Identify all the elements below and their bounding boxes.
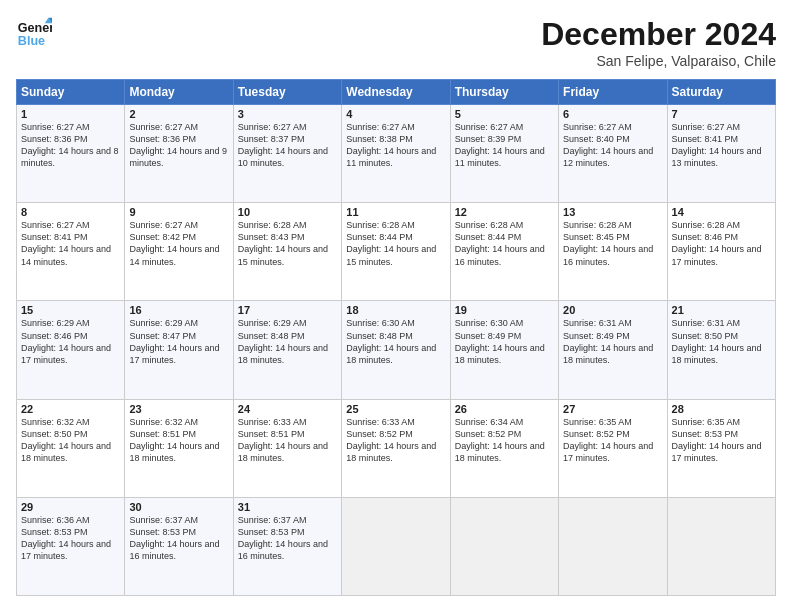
cell-info: Sunrise: 6:35 AMSunset: 8:52 PMDaylight:…	[563, 417, 653, 463]
day-number: 10	[238, 206, 337, 218]
table-row: 5 Sunrise: 6:27 AMSunset: 8:39 PMDayligh…	[450, 105, 558, 203]
day-number: 24	[238, 403, 337, 415]
table-row: 1 Sunrise: 6:27 AMSunset: 8:36 PMDayligh…	[17, 105, 125, 203]
day-number: 7	[672, 108, 771, 120]
cell-info: Sunrise: 6:29 AMSunset: 8:47 PMDaylight:…	[129, 318, 219, 364]
calendar-week-row: 22 Sunrise: 6:32 AMSunset: 8:50 PMDaylig…	[17, 399, 776, 497]
table-row: 6 Sunrise: 6:27 AMSunset: 8:40 PMDayligh…	[559, 105, 667, 203]
table-row: 30 Sunrise: 6:37 AMSunset: 8:53 PMDaylig…	[125, 497, 233, 595]
cell-info: Sunrise: 6:37 AMSunset: 8:53 PMDaylight:…	[238, 515, 328, 561]
cell-info: Sunrise: 6:27 AMSunset: 8:38 PMDaylight:…	[346, 122, 436, 168]
cell-info: Sunrise: 6:36 AMSunset: 8:53 PMDaylight:…	[21, 515, 111, 561]
table-row: 14 Sunrise: 6:28 AMSunset: 8:46 PMDaylig…	[667, 203, 775, 301]
table-row: 27 Sunrise: 6:35 AMSunset: 8:52 PMDaylig…	[559, 399, 667, 497]
cell-info: Sunrise: 6:31 AMSunset: 8:50 PMDaylight:…	[672, 318, 762, 364]
table-row: 4 Sunrise: 6:27 AMSunset: 8:38 PMDayligh…	[342, 105, 450, 203]
logo-icon: General Blue	[16, 16, 52, 52]
day-number: 16	[129, 304, 228, 316]
cell-info: Sunrise: 6:33 AMSunset: 8:51 PMDaylight:…	[238, 417, 328, 463]
table-row: 16 Sunrise: 6:29 AMSunset: 8:47 PMDaylig…	[125, 301, 233, 399]
cell-info: Sunrise: 6:27 AMSunset: 8:42 PMDaylight:…	[129, 220, 219, 266]
day-number: 29	[21, 501, 120, 513]
day-number: 14	[672, 206, 771, 218]
cell-info: Sunrise: 6:27 AMSunset: 8:36 PMDaylight:…	[129, 122, 227, 168]
cell-info: Sunrise: 6:28 AMSunset: 8:44 PMDaylight:…	[346, 220, 436, 266]
day-number: 2	[129, 108, 228, 120]
cell-info: Sunrise: 6:34 AMSunset: 8:52 PMDaylight:…	[455, 417, 545, 463]
day-number: 1	[21, 108, 120, 120]
table-row: 29 Sunrise: 6:36 AMSunset: 8:53 PMDaylig…	[17, 497, 125, 595]
svg-text:Blue: Blue	[18, 34, 45, 48]
table-row: 8 Sunrise: 6:27 AMSunset: 8:41 PMDayligh…	[17, 203, 125, 301]
cell-info: Sunrise: 6:27 AMSunset: 8:40 PMDaylight:…	[563, 122, 653, 168]
day-number: 30	[129, 501, 228, 513]
table-row	[667, 497, 775, 595]
calendar-week-row: 15 Sunrise: 6:29 AMSunset: 8:46 PMDaylig…	[17, 301, 776, 399]
cell-info: Sunrise: 6:35 AMSunset: 8:53 PMDaylight:…	[672, 417, 762, 463]
cell-info: Sunrise: 6:27 AMSunset: 8:37 PMDaylight:…	[238, 122, 328, 168]
day-number: 22	[21, 403, 120, 415]
day-number: 25	[346, 403, 445, 415]
day-number: 5	[455, 108, 554, 120]
day-number: 13	[563, 206, 662, 218]
day-number: 27	[563, 403, 662, 415]
title-block: December 2024 San Felipe, Valparaiso, Ch…	[541, 16, 776, 69]
day-number: 17	[238, 304, 337, 316]
col-friday: Friday	[559, 80, 667, 105]
table-row	[559, 497, 667, 595]
table-row: 3 Sunrise: 6:27 AMSunset: 8:37 PMDayligh…	[233, 105, 341, 203]
day-number: 8	[21, 206, 120, 218]
table-row: 21 Sunrise: 6:31 AMSunset: 8:50 PMDaylig…	[667, 301, 775, 399]
day-number: 9	[129, 206, 228, 218]
calendar-week-row: 1 Sunrise: 6:27 AMSunset: 8:36 PMDayligh…	[17, 105, 776, 203]
cell-info: Sunrise: 6:37 AMSunset: 8:53 PMDaylight:…	[129, 515, 219, 561]
table-row: 11 Sunrise: 6:28 AMSunset: 8:44 PMDaylig…	[342, 203, 450, 301]
calendar-week-row: 8 Sunrise: 6:27 AMSunset: 8:41 PMDayligh…	[17, 203, 776, 301]
calendar-table: Sunday Monday Tuesday Wednesday Thursday…	[16, 79, 776, 596]
table-row	[342, 497, 450, 595]
cell-info: Sunrise: 6:30 AMSunset: 8:49 PMDaylight:…	[455, 318, 545, 364]
cell-info: Sunrise: 6:28 AMSunset: 8:44 PMDaylight:…	[455, 220, 545, 266]
day-number: 23	[129, 403, 228, 415]
cell-info: Sunrise: 6:28 AMSunset: 8:46 PMDaylight:…	[672, 220, 762, 266]
day-number: 18	[346, 304, 445, 316]
table-row: 10 Sunrise: 6:28 AMSunset: 8:43 PMDaylig…	[233, 203, 341, 301]
day-number: 11	[346, 206, 445, 218]
table-row: 20 Sunrise: 6:31 AMSunset: 8:49 PMDaylig…	[559, 301, 667, 399]
location: San Felipe, Valparaiso, Chile	[541, 53, 776, 69]
col-monday: Monday	[125, 80, 233, 105]
cell-info: Sunrise: 6:29 AMSunset: 8:46 PMDaylight:…	[21, 318, 111, 364]
col-saturday: Saturday	[667, 80, 775, 105]
table-row: 15 Sunrise: 6:29 AMSunset: 8:46 PMDaylig…	[17, 301, 125, 399]
day-number: 4	[346, 108, 445, 120]
page: General Blue General Blue December 2024 …	[0, 0, 792, 612]
table-row: 13 Sunrise: 6:28 AMSunset: 8:45 PMDaylig…	[559, 203, 667, 301]
day-number: 6	[563, 108, 662, 120]
table-row: 7 Sunrise: 6:27 AMSunset: 8:41 PMDayligh…	[667, 105, 775, 203]
cell-info: Sunrise: 6:32 AMSunset: 8:50 PMDaylight:…	[21, 417, 111, 463]
header: General Blue General Blue December 2024 …	[16, 16, 776, 69]
cell-info: Sunrise: 6:31 AMSunset: 8:49 PMDaylight:…	[563, 318, 653, 364]
logo: General Blue General Blue	[16, 16, 52, 52]
day-number: 15	[21, 304, 120, 316]
table-row: 26 Sunrise: 6:34 AMSunset: 8:52 PMDaylig…	[450, 399, 558, 497]
col-tuesday: Tuesday	[233, 80, 341, 105]
day-number: 3	[238, 108, 337, 120]
table-row: 17 Sunrise: 6:29 AMSunset: 8:48 PMDaylig…	[233, 301, 341, 399]
col-thursday: Thursday	[450, 80, 558, 105]
cell-info: Sunrise: 6:29 AMSunset: 8:48 PMDaylight:…	[238, 318, 328, 364]
table-row: 28 Sunrise: 6:35 AMSunset: 8:53 PMDaylig…	[667, 399, 775, 497]
day-number: 12	[455, 206, 554, 218]
col-wednesday: Wednesday	[342, 80, 450, 105]
day-number: 26	[455, 403, 554, 415]
cell-info: Sunrise: 6:27 AMSunset: 8:36 PMDaylight:…	[21, 122, 119, 168]
day-number: 20	[563, 304, 662, 316]
table-row: 19 Sunrise: 6:30 AMSunset: 8:49 PMDaylig…	[450, 301, 558, 399]
table-row	[450, 497, 558, 595]
cell-info: Sunrise: 6:30 AMSunset: 8:48 PMDaylight:…	[346, 318, 436, 364]
cell-info: Sunrise: 6:27 AMSunset: 8:41 PMDaylight:…	[672, 122, 762, 168]
table-row: 2 Sunrise: 6:27 AMSunset: 8:36 PMDayligh…	[125, 105, 233, 203]
day-number: 19	[455, 304, 554, 316]
month-title: December 2024	[541, 16, 776, 53]
cell-info: Sunrise: 6:32 AMSunset: 8:51 PMDaylight:…	[129, 417, 219, 463]
